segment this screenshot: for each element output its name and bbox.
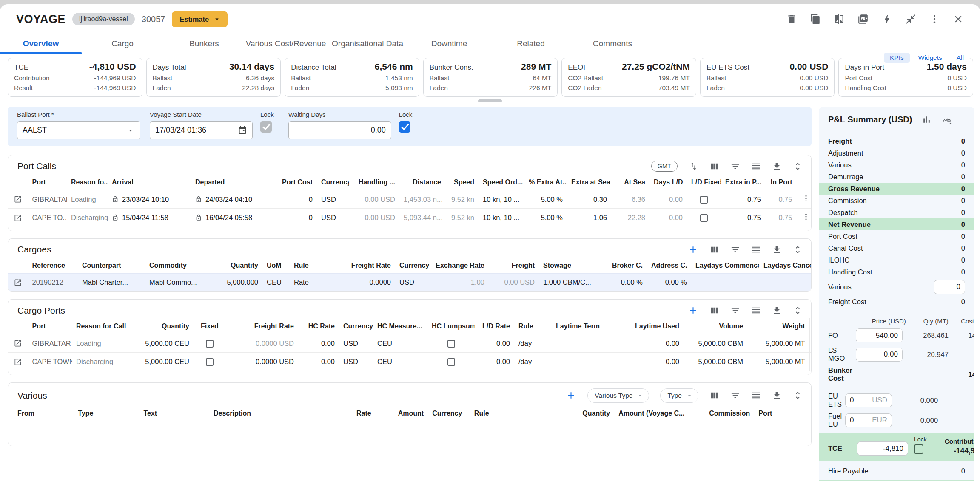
port-call-row[interactable]: CAPE TO... Discharging 15/04/24 11:58 16… (8, 209, 812, 227)
open-record-icon[interactable] (14, 195, 22, 204)
add-cargo-port-button[interactable] (688, 305, 698, 316)
drag-handle[interactable] (478, 99, 502, 102)
columns-icon (709, 245, 719, 255)
more-menu-button[interactable] (927, 12, 942, 26)
close-button[interactable] (951, 12, 966, 26)
tabbar: Overview Cargo Bunkers Various Cost/Reve… (0, 34, 980, 54)
density-button[interactable] (751, 161, 761, 171)
filter-button[interactable] (730, 161, 740, 171)
download-button[interactable] (772, 390, 782, 400)
quick-actions-button[interactable] (880, 12, 894, 26)
tce-lock-label: Lock (914, 436, 940, 443)
tab-various-cost-revenue[interactable]: Various Cost/Revenue (245, 34, 327, 54)
collapse-section-button[interactable] (793, 390, 803, 400)
add-cargo-button[interactable] (688, 244, 698, 255)
port-call-row[interactable]: GIBRALTAR Loading 23/03/24 10:10 24/03/2… (8, 190, 812, 209)
hc-lumpsum-checkbox[interactable] (447, 340, 455, 348)
row-menu-icon[interactable] (802, 194, 810, 203)
toggle-all[interactable]: All (951, 53, 970, 63)
download-button[interactable] (772, 161, 782, 171)
tab-overview[interactable]: Overview (0, 34, 82, 54)
open-record-icon[interactable] (14, 278, 22, 287)
compare-button[interactable] (832, 12, 846, 26)
tab-bunkers[interactable]: Bunkers (163, 34, 245, 54)
collapse-section-button[interactable] (793, 245, 803, 255)
titlebar: VOYAGE ijilraod9a-vessel 30057 Estimate (0, 4, 980, 34)
lock-date-checkbox[interactable] (260, 121, 272, 133)
open-record-icon[interactable] (14, 214, 22, 222)
timezone-chip[interactable]: GMT (651, 161, 678, 172)
columns-button[interactable] (709, 245, 719, 255)
tab-organisational-data[interactable]: Organisational Data (327, 34, 408, 54)
lsmgo-price-input[interactable] (856, 348, 903, 362)
collapse-section-button[interactable] (793, 306, 803, 315)
sort-button[interactable] (689, 161, 698, 171)
open-record-icon[interactable] (14, 339, 22, 348)
columns-button[interactable] (709, 390, 719, 400)
type-filter[interactable]: Type (660, 388, 698, 403)
eu-ets-price-input[interactable]: 0.... USD (845, 393, 892, 407)
fo-price-input[interactable] (856, 328, 903, 342)
collapse-section-button[interactable] (793, 161, 803, 171)
pnl-row-commission: Commission0 (828, 195, 965, 207)
columns-button[interactable] (709, 161, 719, 171)
hc-lumpsum-checkbox[interactable] (447, 358, 455, 366)
filter-button[interactable] (730, 390, 740, 400)
lock-waiting-checkbox[interactable] (399, 121, 410, 133)
fixed-checkbox[interactable] (206, 358, 214, 366)
density-icon (751, 390, 761, 400)
row-menu-icon[interactable] (802, 212, 810, 221)
download-button[interactable] (772, 245, 782, 255)
cargo-port-row[interactable]: CAPE TOWN Discharging 5,000.00 CEU 0.000… (8, 353, 812, 371)
ld-fixed-checkbox[interactable] (700, 214, 708, 222)
various-type-filter[interactable]: Various Type (587, 388, 649, 403)
cargo-ports-title: Cargo Ports (17, 306, 65, 316)
cargoes-section: Cargoes Reference Count (8, 238, 812, 292)
collapse-icon (905, 14, 916, 25)
cargo-port-row[interactable]: GIBRALTAR Loading 5,000.00 CEU 0.0000 US… (8, 334, 812, 353)
density-button[interactable] (751, 390, 761, 400)
cargo-row[interactable]: 20190212 Mabl Charter... Mabl Commo... 5… (8, 273, 812, 291)
eu-ets-label: EU ETS (828, 392, 842, 408)
tab-related[interactable]: Related (490, 34, 572, 54)
density-button[interactable] (751, 245, 761, 255)
waiting-days-input[interactable] (294, 126, 386, 135)
columns-button[interactable] (709, 306, 719, 315)
pnl-summary-panel: P&L Summary (USD) Freight0 Adjustment0 V… (819, 107, 974, 481)
toggle-widgets[interactable]: Widgets (912, 53, 948, 63)
waiting-days-field: Waiting Days (288, 111, 391, 139)
copy-button[interactable] (808, 12, 823, 26)
port-calls-section: Port Calls GMT Port (8, 155, 812, 231)
bar-chart-icon[interactable] (921, 114, 932, 125)
delete-button[interactable] (784, 12, 799, 26)
tce-lock-checkbox[interactable] (914, 444, 923, 454)
ld-fixed-checkbox[interactable] (700, 196, 708, 204)
various-cost-input[interactable] (934, 280, 965, 294)
density-button[interactable] (751, 306, 761, 315)
fuel-eu-price-input[interactable]: 0.... EUR (845, 413, 892, 427)
filter-button[interactable] (730, 306, 740, 315)
kpi-card-distance-total: Distance Total6,546 nm Ballast1,453 nm L… (285, 58, 419, 97)
cargo-ports-table: Port Reason for Call Quantity Fixed Frei… (8, 318, 812, 371)
cargoes-header-row: Reference Counterpart Commodity Quantity… (8, 257, 812, 274)
download-button[interactable] (772, 306, 782, 315)
tab-downtime[interactable]: Downtime (408, 34, 490, 54)
tab-cargo[interactable]: Cargo (82, 34, 163, 54)
plus-icon (566, 390, 576, 401)
estimate-button[interactable]: Estimate (172, 11, 228, 27)
tce-input[interactable] (857, 441, 908, 456)
density-icon (751, 161, 761, 171)
open-record-icon[interactable] (14, 358, 22, 366)
close-icon (953, 14, 964, 25)
query-stats-icon[interactable] (941, 114, 952, 125)
voyage-start-input[interactable]: 17/03/24 01:36 (150, 121, 253, 139)
ballast-port-select[interactable]: AALST (17, 121, 140, 139)
add-various-button[interactable] (566, 390, 576, 401)
toggle-kpis[interactable]: KPIs (884, 53, 910, 63)
filter-button[interactable] (730, 245, 740, 255)
export-pdf-button[interactable] (856, 12, 870, 26)
compare-icon (834, 14, 845, 25)
tab-comments[interactable]: Comments (572, 34, 653, 54)
collapse-window-button[interactable] (903, 12, 918, 26)
fixed-checkbox[interactable] (206, 340, 214, 348)
